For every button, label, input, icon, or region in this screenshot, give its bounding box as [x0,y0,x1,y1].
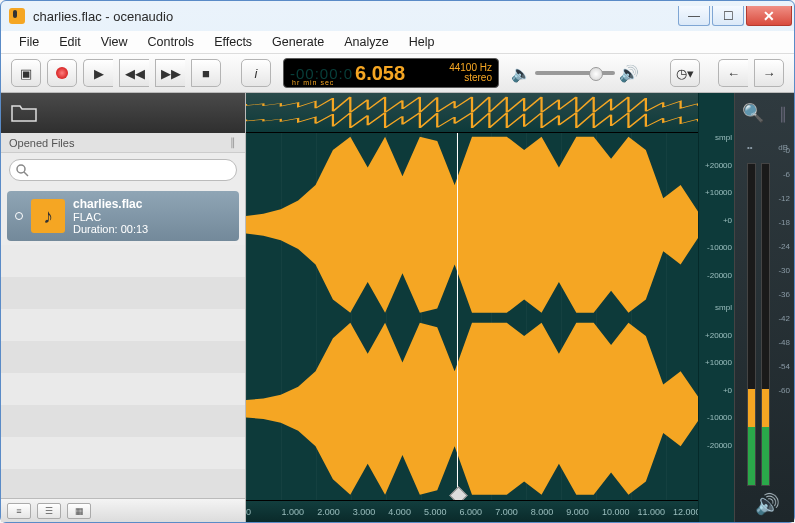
menu-analyze[interactable]: Analyze [336,33,396,51]
scale-tick: +20000 [705,331,732,340]
volume-control[interactable]: 🔈 🔊 [511,64,639,83]
scale-tick: -20000 [707,271,732,280]
record-icon [56,67,68,79]
ruler-tick: 8.000 [531,507,554,517]
volume-slider[interactable] [535,71,615,75]
menubar: FileEditViewControlsEffectsGenerateAnaly… [1,31,794,53]
titlebar: charlies.flac - ocenaudio — ☐ ✕ [1,1,794,31]
scale-tick: smpl [715,303,732,312]
folder-icon [11,103,37,123]
active-indicator-icon [15,212,23,220]
menu-effects[interactable]: Effects [206,33,260,51]
scale-tick: +10000 [705,188,732,197]
scale-tick: +20000 [705,161,732,170]
stop-button[interactable]: ■ [191,59,221,87]
forward-button[interactable]: ▶▶ [155,59,185,87]
menu-view[interactable]: View [93,33,136,51]
svg-marker-2 [246,137,698,313]
file-codec: FLAC [73,211,148,223]
sidebar-filler [1,245,245,498]
scale-tick: -10000 [707,413,732,422]
meter-tick: -12 [778,187,790,211]
ruler-tick: 7.000 [495,507,518,517]
sidebar-grip-icon[interactable]: ∥ [230,136,237,149]
sidebar: Opened Files ∥ ♪ charlies.flac FLAC Dura… [1,93,246,522]
time-counter[interactable]: -00:00:0 6.058 hr min sec 44100 Hz stere… [283,58,499,88]
meter-tick: -36 [778,283,790,307]
level-meter-right [761,163,770,486]
scale-tick: smpl [715,133,732,142]
ruler-tick: 11.000 [637,507,665,517]
meter-tick: -42 [778,307,790,331]
search-icon [15,163,29,177]
view-grid-button[interactable]: ▦ [67,503,91,519]
record-button[interactable] [47,59,77,87]
scale-tick: -10000 [707,243,732,252]
meter-panel: 🔍 ∥ •• dB -0-6-12-18-24-30-36-42-48-54-6… [734,93,794,522]
ruler-tick: 10.000 [602,507,630,517]
goto-start-button[interactable]: ▣ [11,59,41,87]
meter-tick: -54 [778,355,790,379]
volume-low-icon: 🔈 [511,64,531,83]
rewind-button[interactable]: ◀◀ [119,59,149,87]
sidebar-top[interactable] [1,93,245,133]
scale-tick: +10000 [705,358,732,367]
nav-back-button[interactable]: ← [718,59,748,87]
meter-left-header: •• [747,143,753,152]
channel-left[interactable] [246,133,698,317]
playhead[interactable] [457,133,458,500]
search-input[interactable] [9,159,237,181]
view-detail-button[interactable]: ☰ [37,503,61,519]
menu-edit[interactable]: Edit [51,33,89,51]
ruler-tick: 0 [246,507,251,517]
overview-waveform[interactable] [246,93,698,133]
menu-help[interactable]: Help [401,33,443,51]
amplitude-scale: smpl+20000+10000+0-10000-20000smpl+20000… [698,93,734,522]
maximize-button[interactable]: ☐ [712,6,744,26]
counter-mode: stereo [449,73,492,83]
scale-tick: -20000 [707,441,732,450]
view-list-button[interactable]: ≡ [7,503,31,519]
window-title: charlies.flac - ocenaudio [33,9,678,24]
nav-forward-button[interactable]: → [754,59,784,87]
menu-controls[interactable]: Controls [140,33,203,51]
menu-file[interactable]: File [11,33,47,51]
ruler-tick: 3.000 [353,507,376,517]
file-thumb-icon: ♪ [31,199,65,233]
zoom-in-icon[interactable]: 🔍 [742,102,764,124]
history-button[interactable]: ◷▾ [670,59,700,87]
meter-tick: -60 [778,379,790,403]
speaker-icon[interactable]: 🔊 [755,492,780,516]
svg-point-0 [17,165,25,173]
zoom-grip-icon[interactable]: ∥ [779,104,787,123]
channel-right[interactable] [246,317,698,501]
toolbar: ▣ ▶ ◀◀ ▶▶ ■ i -00:00:0 6.058 hr min sec … [1,53,794,93]
file-item[interactable]: ♪ charlies.flac FLAC Duration: 00:13 [7,191,239,241]
ruler-tick: 9.000 [566,507,589,517]
meter-tick: -48 [778,331,790,355]
ruler-tick: 4.000 [388,507,411,517]
ruler-tick: 6.000 [460,507,483,517]
meter-tick: -30 [778,259,790,283]
meter-tick: -0 [778,139,790,163]
play-button[interactable]: ▶ [83,59,113,87]
file-name: charlies.flac [73,197,148,211]
volume-high-icon: 🔊 [619,64,639,83]
menu-generate[interactable]: Generate [264,33,332,51]
time-ruler[interactable]: 01.0002.0003.0004.0005.0006.0007.0008.00… [246,500,698,522]
file-duration: Duration: 00:13 [73,223,148,235]
ruler-tick: 5.000 [424,507,447,517]
counter-units: hr min sec [292,79,334,86]
waveform-area[interactable]: 01.0002.0003.0004.0005.0006.0007.0008.00… [246,93,698,522]
ruler-tick: 1.000 [282,507,305,517]
meter-tick: -24 [778,235,790,259]
close-button[interactable]: ✕ [746,6,792,26]
info-button[interactable]: i [241,59,271,87]
minimize-button[interactable]: — [678,6,710,26]
svg-marker-3 [246,322,698,494]
app-icon [9,8,25,24]
meter-tick: -6 [778,163,790,187]
meter-tick: -18 [778,211,790,235]
sidebar-bottom: ≡ ☰ ▦ [1,498,245,522]
ruler-tick: 12.000 [673,507,701,517]
